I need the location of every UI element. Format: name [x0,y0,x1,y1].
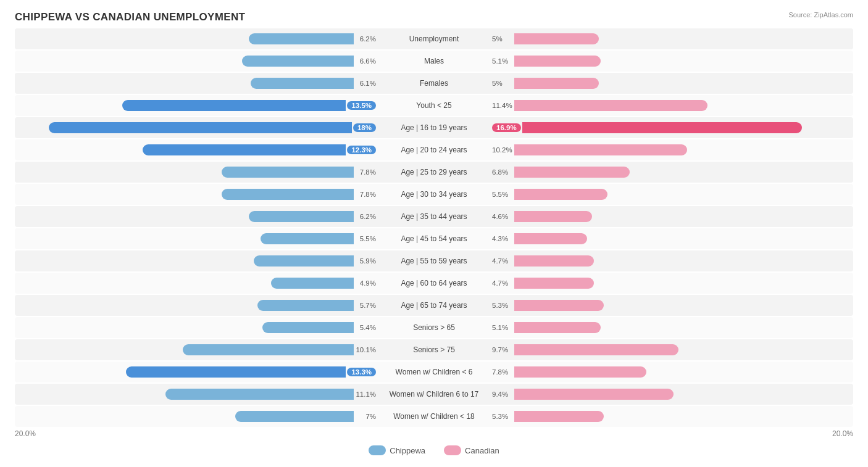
left-bar-wrap [15,163,355,181]
left-section: 5.9% [15,252,378,270]
left-bar-wrap [15,319,355,336]
right-section: 5.1% [490,52,853,70]
right-bar-wrap [513,319,853,336]
right-bar-wrap [513,97,853,114]
left-value: 5.5% [355,235,376,242]
right-section: 5.3% [490,408,853,425]
left-section: 7.8% [15,163,378,181]
row-inner: 5.7% Age | 65 to 74 years 5.3% [15,297,853,314]
right-value: 5% [492,35,513,43]
row-inner: 6.2% Age | 35 to 44 years 4.6% [15,208,853,225]
right-bar-wrap [513,75,853,92]
bar-row: 6.2% Age | 35 to 44 years 4.6% [15,206,853,227]
right-bar-wrap [513,386,853,403]
left-section: 4.9% [15,275,378,292]
bar-row: 12.3% Age | 20 to 24 years 10.2% [15,139,853,160]
left-bar [249,33,354,44]
left-bar [251,78,354,89]
bar-row: 13.3% Women w/ Children < 6 7.8% [15,362,853,382]
row-inner: 13.5% Youth < 25 11.4% [15,97,853,114]
right-bar-wrap [513,52,853,70]
axis-right: 20.0% [832,429,853,438]
bar-row: 5.9% Age | 55 to 59 years 4.7% [15,250,853,271]
right-value: 5.3% [492,413,513,420]
center-label: Women w/ Children 6 to 17 [378,390,490,399]
center-label: Women w/ Children < 18 [378,412,490,421]
right-bar [514,255,594,267]
legend-chippewa-label: Chippewa [390,446,425,455]
right-section: 5.5% [490,186,853,203]
left-section: 6.1% [15,75,378,92]
bar-row: 5.4% Seniors > 65 5.1% [15,317,853,338]
center-label: Age | 25 to 29 years [378,168,490,176]
left-bar [235,411,354,422]
source-text: Source: ZipAtlas.com [788,11,853,19]
center-label: Age | 45 to 54 years [378,234,490,243]
left-value: 5.7% [355,302,376,309]
left-bar [222,189,354,200]
right-section: 9.4% [490,386,853,403]
right-bar [514,366,646,378]
center-label: Age | 16 to 19 years [378,123,490,132]
right-section: 4.3% [490,230,853,247]
legend-chippewa-color [369,445,386,455]
left-value: 4.9% [355,279,376,287]
right-value: 16.9% [492,123,521,132]
right-value: 5.5% [492,191,513,198]
left-section: 18% [15,119,378,136]
right-bar [514,78,599,89]
left-bar-wrap [15,275,355,292]
right-bar [514,189,607,200]
center-label: Age | 20 to 24 years [378,146,490,154]
center-label: Youth < 25 [378,101,490,110]
left-value: 13.3% [347,368,376,376]
right-value: 4.3% [492,235,513,242]
bar-row: 7.8% Age | 25 to 29 years 6.8% [15,162,853,183]
left-value: 5.9% [355,257,376,265]
row-inner: 12.3% Age | 20 to 24 years 10.2% [15,141,853,159]
legend-canadian: Canadian [444,445,499,455]
row-inner: 5.9% Age | 55 to 59 years 4.7% [15,252,853,270]
left-value: 6.1% [355,80,376,87]
bar-row: 6.1% Females 5% [15,73,853,94]
left-bar-wrap [15,208,355,225]
row-inner: 6.6% Males 5.1% [15,52,853,70]
left-section: 13.3% [15,363,378,381]
left-bar [122,100,346,111]
left-section: 7.8% [15,186,378,203]
right-bar [514,144,687,155]
row-inner: 7.8% Age | 30 to 34 years 5.5% [15,186,853,203]
right-bar-wrap [513,208,853,225]
left-value: 6.2% [355,35,376,43]
right-bar-wrap [513,163,853,181]
left-bar [126,366,346,378]
bar-row: 6.6% Males 5.1% [15,51,853,72]
row-inner: 11.1% Women w/ Children 6 to 17 9.4% [15,386,853,403]
right-value: 4.7% [492,257,513,265]
left-value: 12.3% [347,146,376,154]
left-value: 5.4% [355,324,376,331]
center-label: Seniors > 75 [378,345,490,354]
right-bar-wrap [513,30,853,48]
left-bar [262,322,354,333]
bar-row: 6.2% Unemployment 5% [15,28,853,49]
left-section: 6.2% [15,30,378,48]
left-value: 7.8% [355,168,376,176]
left-section: 5.7% [15,297,378,314]
row-inner: 6.1% Females 5% [15,75,853,92]
right-value: 9.7% [492,346,513,353]
right-section: 5% [490,30,853,48]
left-value: 6.6% [355,57,376,65]
center-label: Age | 30 to 34 years [378,190,490,199]
left-section: 6.2% [15,208,378,225]
right-section: 5% [490,75,853,92]
left-bar [143,144,346,155]
right-section: 11.4% [490,97,853,114]
right-value: 5.1% [492,57,513,65]
right-section: 6.8% [490,163,853,181]
right-bar [514,33,599,44]
bar-row: 7.8% Age | 30 to 34 years 5.5% [15,184,853,205]
left-bar [254,255,354,267]
center-label: Women w/ Children < 6 [378,368,490,376]
left-value: 7.8% [355,191,376,198]
